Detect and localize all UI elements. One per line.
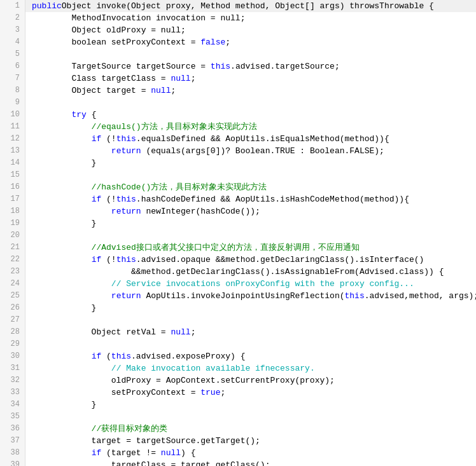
line-number: 27 <box>0 314 25 326</box>
code-line: 11 //eqauls()方法，具目标对象未实现此方法 <box>0 121 476 133</box>
code-token: (! <box>101 255 116 264</box>
line-number: 17 <box>0 193 25 205</box>
code-token: true <box>200 388 220 397</box>
code-token: // Make invocation available ifnecessary… <box>111 364 315 373</box>
code-token <box>32 364 111 373</box>
line-number: 29 <box>0 338 25 350</box>
code-content: TargetSource targetSource = this.advised… <box>25 60 476 72</box>
code-token: this <box>116 134 136 144</box>
code-content: boolean setProxyContext = false; <box>25 36 476 48</box>
code-line: 28 Object retVal = null; <box>0 326 476 338</box>
code-token: this <box>116 195 136 204</box>
code-content: Class targetClass = null; <box>25 72 476 85</box>
code-token: ; <box>191 327 196 337</box>
code-token: .advised.opaque &&method.getDeclaringCla… <box>136 255 424 264</box>
line-number: 28 <box>0 326 25 338</box>
code-token: ( <box>101 352 111 361</box>
code-token: //eqauls()方法，具目标对象未实现此方法 <box>32 122 257 132</box>
code-token: ; <box>171 86 176 95</box>
code-line: 26 } <box>0 302 476 314</box>
code-line: 18 return newInteger(hashCode()); <box>0 205 476 217</box>
code-content: //hashCode()方法，具目标对象未实现此方法 <box>25 181 476 193</box>
code-token: Object invoke(Object proxy, Method metho… <box>62 1 379 11</box>
code-line: 32 oldProxy = AopContext.setCurrentProxy… <box>0 374 476 387</box>
line-number: 19 <box>0 217 25 230</box>
line-number: 30 <box>0 350 25 362</box>
code-token: Object retVal = <box>32 327 171 337</box>
line-number: 35 <box>0 411 25 423</box>
line-number: 18 <box>0 205 25 217</box>
code-content: //eqauls()方法，具目标对象未实现此方法 <box>25 121 476 133</box>
code-line: 37 target = targetSource.getTarget(); <box>0 435 476 447</box>
code-token: target = targetSource.getTarget(); <box>32 436 260 446</box>
code-content: } <box>25 217 476 230</box>
code-token: if <box>92 352 102 361</box>
code-token <box>32 352 92 361</box>
line-number: 23 <box>0 266 25 278</box>
line-number: 3 <box>0 24 25 36</box>
line-number: 14 <box>0 157 25 169</box>
code-line: 2 MethodInvocation invocation = null; <box>0 12 476 24</box>
code-token <box>32 255 92 264</box>
code-token <box>32 291 111 301</box>
code-token: (! <box>101 134 116 144</box>
code-token: null <box>161 448 181 458</box>
code-token: false <box>200 38 225 47</box>
code-token: ; <box>225 38 230 47</box>
line-number: 39 <box>0 459 25 466</box>
code-line: 24 // Service invocations onProxyConfig … <box>0 278 476 290</box>
code-line: 21 //Advised接口或者其父接口中定义的方法，直接反射调用，不应用通知 <box>0 242 476 254</box>
code-content: setProxyContext = true; <box>25 387 476 399</box>
code-line: 38 if (target != null) { <box>0 447 476 459</box>
code-content: &&method.getDeclaringClass().isAssignabl… <box>25 266 476 278</box>
code-token: null <box>171 327 190 337</box>
code-token: //获得目标对象的类 <box>32 424 167 434</box>
line-number: 24 <box>0 278 25 290</box>
code-line: 27 <box>0 314 476 326</box>
line-number: 1 <box>0 0 25 12</box>
code-line: 30 if (this.advised.exposeProxy) { <box>0 350 476 362</box>
code-token <box>32 110 71 120</box>
line-number: 8 <box>0 85 25 97</box>
code-line: 14 } <box>0 157 476 169</box>
code-line: 3 Object oldProxy = null; <box>0 24 476 36</box>
code-content: Object retVal = null; <box>25 326 476 338</box>
code-content: //Advised接口或者其父接口中定义的方法，直接反射调用，不应用通知 <box>25 242 476 254</box>
code-content: } <box>25 302 476 314</box>
code-token: (! <box>101 195 116 204</box>
code-token: (equals(args[0])? Boolean.TRUE : Boolean… <box>141 146 384 156</box>
code-line: 25 return AopUtils.invokeJoinpointUsingR… <box>0 290 476 302</box>
code-token: ) { <box>181 448 195 458</box>
code-line: 31 // Make invocation available ifnecess… <box>0 362 476 374</box>
code-line: 39 targetClass = target.getClass(); <box>0 459 476 466</box>
code-token <box>32 279 111 289</box>
code-token: try <box>71 110 86 120</box>
code-token: &&method.getDeclaringClass().isAssignabl… <box>32 267 444 277</box>
code-token: if <box>92 448 102 458</box>
code-line: 12 if (!this.equalsDefined && AopUtils.i… <box>0 133 476 145</box>
code-content: target = targetSource.getTarget(); <box>25 435 476 447</box>
code-token: (target != <box>101 448 161 458</box>
code-token: this <box>116 255 136 264</box>
line-number: 11 <box>0 121 25 133</box>
code-content: //获得目标对象的类 <box>25 423 476 435</box>
code-token: // Service invocations onProxyConfig wit… <box>111 279 414 289</box>
code-content: return AopUtils.invokeJoinpointUsingRefl… <box>25 290 476 302</box>
code-token: null <box>151 86 171 95</box>
line-number: 7 <box>0 72 25 85</box>
code-token: ; <box>191 74 196 83</box>
code-token: .equalsDefined && AopUtils.isEqualsMetho… <box>136 134 389 144</box>
code-token: TargetSource targetSource = <box>32 62 211 71</box>
code-token: Throwable <box>379 1 424 11</box>
code-line: 34 } <box>0 399 476 411</box>
code-token: Object target = <box>32 86 151 95</box>
code-content: return newInteger(hashCode()); <box>25 205 476 217</box>
line-number: 4 <box>0 36 25 48</box>
code-content: oldProxy = AopContext.setCurrentProxy(pr… <box>25 374 476 387</box>
code-token: this <box>211 62 230 71</box>
line-number: 38 <box>0 447 25 459</box>
code-token: Class targetClass = <box>32 74 171 83</box>
line-number: 2 <box>0 12 25 24</box>
line-number: 16 <box>0 181 25 193</box>
code-line: 20 <box>0 230 476 242</box>
